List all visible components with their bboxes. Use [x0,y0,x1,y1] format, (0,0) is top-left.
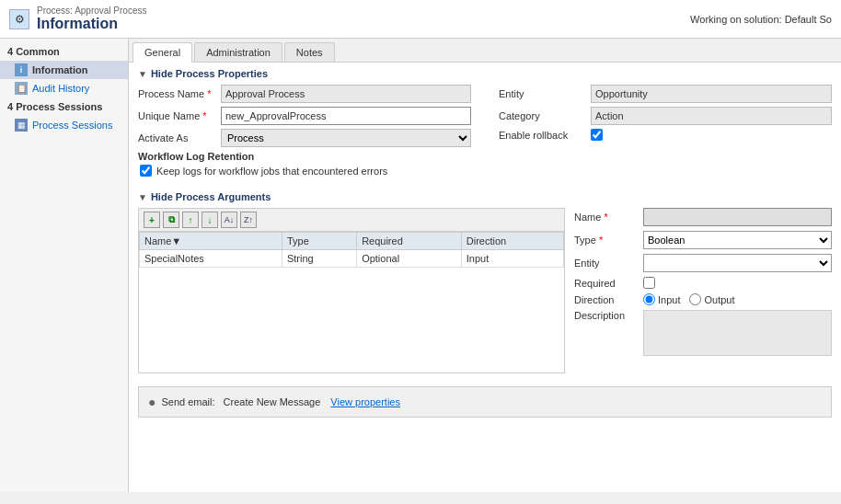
args-sort-za-btn[interactable]: Z↑ [240,212,257,228]
radio-input[interactable] [643,293,655,305]
enable-rollback-label: Enable rollback [499,130,591,141]
step-prefix: Send email: [161,396,214,407]
information-icon: i [15,63,28,76]
unique-name-row: Unique Name [138,107,471,125]
arg-name-label: Name [574,212,643,223]
process-name-row: Process Name [138,85,471,103]
process-arguments-header[interactable]: ▼ Hide Process Arguments [138,191,832,202]
arg-description-textarea[interactable] [643,310,832,356]
arg-entity-select[interactable] [643,254,832,272]
process-icon: ⚙ [9,9,29,29]
arg-required-row: Required [574,277,832,289]
arg-entity-row: Entity [574,254,832,272]
sidebar-section-process-sessions[interactable]: 4 Process Sessions [0,97,128,116]
args-down-btn[interactable]: ↓ [202,212,218,228]
arg-description-row: Description [574,310,832,356]
step-section: ● Send email: Create New Message View pr… [138,386,832,418]
arg-direction-label: Direction [574,294,643,305]
col-direction: Direction [461,233,563,250]
sidebar-section-common[interactable]: 4 Common [0,42,128,61]
process-name-input[interactable] [221,85,471,103]
unique-name-label: Unique Name [138,110,221,121]
args-toolbar: + ⧉ ↑ ↓ A↓ Z↑ [139,209,564,232]
process-properties-label: Hide Process Properties [151,68,268,79]
tab-bar: General Administration Notes [129,39,841,63]
args-right-panel: Name Type Boolean String Integer Entity [574,208,832,373]
args-table-section: + ⧉ ↑ ↓ A↓ Z↑ Name▼ Type Requir [138,208,565,373]
process-arguments-section: ▼ Hide Process Arguments + ⧉ ↑ ↓ A↓ Z↑ [129,186,841,379]
page-title: Information [37,16,147,32]
col-required: Required [357,233,462,250]
arg-required-checkbox[interactable] [643,277,655,289]
enable-rollback-row: Enable rollback [499,129,832,141]
process-arguments-label: Hide Process Arguments [151,191,271,202]
args-copy-btn[interactable]: ⧉ [163,212,179,228]
sidebar: 4 Common i Information 📋 Audit History 4… [0,39,129,492]
process-properties-section: ▼ Hide Process Properties Process Name U… [129,63,841,186]
sidebar-item-process-sessions[interactable]: ▦ Process Sessions [0,116,128,134]
activate-as-select-wrap: Process [221,129,471,147]
header-left: ⚙ Process: Approval Process Information [9,6,147,32]
enable-rollback-checkbox[interactable] [591,129,603,141]
entity-input[interactable] [591,85,832,103]
working-on-label: Working on solution: Default So [690,14,832,25]
entity-row: Entity [499,85,832,103]
arg-required-label: Required [574,278,643,289]
args-sort-az-btn[interactable]: A↓ [221,212,237,228]
header-title-block: Process: Approval Process Information [37,6,147,32]
tab-notes[interactable]: Notes [284,42,335,62]
process-name-label: Process Name [138,88,221,99]
category-label: Category [499,110,591,121]
args-up-btn[interactable]: ↑ [182,212,199,228]
audit-icon: 📋 [15,82,28,95]
radio-output[interactable] [689,293,701,305]
arg-name-input[interactable] [643,208,832,226]
process-subtitle: Process: Approval Process [37,6,147,16]
category-input[interactable] [591,107,832,125]
workflow-log-checkbox[interactable] [140,165,152,177]
sidebar-item-label: Process Sessions [32,120,112,131]
tab-general[interactable]: General [132,42,192,63]
sidebar-item-information[interactable]: i Information [0,61,128,79]
args-table: Name▼ Type Required Direction SpecialNot… [139,232,564,268]
main-layout: 4 Common i Information 📋 Audit History 4… [0,39,841,492]
arg-name-row: Name [574,208,832,226]
arg-type-label: Type [574,235,643,246]
row-direction: Input [461,250,563,268]
row-required: Optional [357,250,462,268]
row-name: SpecialNotes [140,250,282,268]
entity-label: Entity [499,88,591,99]
col-type: Type [282,233,356,250]
sidebar-item-label: Information [32,64,88,75]
tab-administration[interactable]: Administration [194,42,282,62]
collapse-icon2: ▼ [138,192,147,202]
sidebar-item-audit-history[interactable]: 📋 Audit History [0,79,128,97]
arg-description-label: Description [574,310,643,321]
args-container: + ⧉ ↑ ↓ A↓ Z↑ Name▼ Type Requir [138,208,832,373]
sidebar-item-label: Audit History [32,83,89,94]
activate-as-row: Activate As Process [138,129,471,147]
table-row[interactable]: SpecialNotes String Optional Input [140,250,564,268]
step-item: ● Send email: Create New Message View pr… [148,395,822,409]
process-sessions-icon: ▦ [15,119,28,132]
activate-as-label: Activate As [138,132,221,143]
step-name: Create New Message [224,396,321,407]
step-view-properties-link[interactable]: View properties [330,396,400,407]
radio-input-label[interactable]: Input [643,293,680,305]
step-bullet: ● [148,395,156,409]
activate-as-select[interactable]: Process [221,129,471,147]
collapse-icon: ▼ [138,69,147,79]
arg-type-select[interactable]: Boolean String Integer [643,231,832,249]
top-header: ⚙ Process: Approval Process Information … [0,0,841,39]
arg-direction-row: Direction Input Output [574,293,832,305]
arg-entity-label: Entity [574,258,643,269]
workflow-log-section: Workflow Log Retention Keep logs for wor… [138,151,832,177]
category-row: Category [499,107,832,125]
main-content: General Administration Notes ▼ Hide Proc… [129,39,841,492]
radio-output-label[interactable]: Output [689,293,734,305]
unique-name-input[interactable] [221,107,471,125]
args-add-btn[interactable]: + [144,212,160,228]
process-properties-header[interactable]: ▼ Hide Process Properties [138,68,832,79]
col-name: Name▼ [140,233,282,250]
workflow-log-checkbox-row: Keep logs for workflow jobs that encount… [138,165,832,177]
